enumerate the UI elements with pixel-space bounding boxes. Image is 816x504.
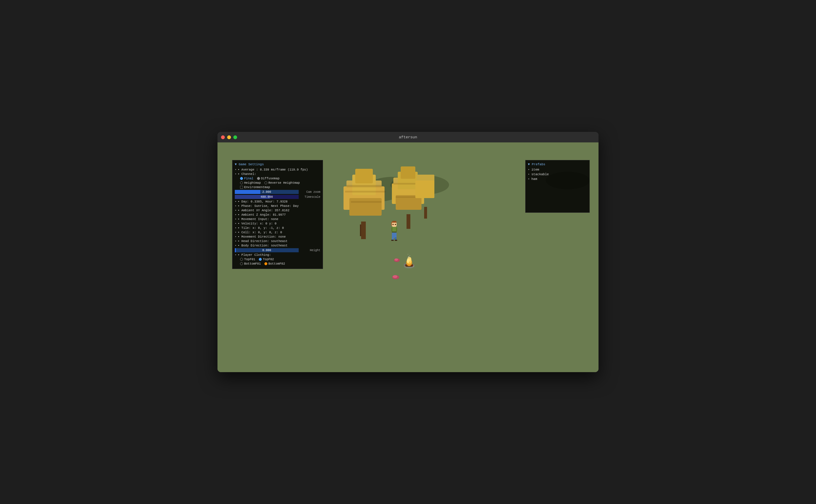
player-character: [390, 221, 399, 241]
environmentmap-row: Environmentmap: [235, 185, 320, 189]
svg-rect-10: [407, 214, 410, 229]
traffic-lights: [221, 135, 237, 139]
svg-rect-4: [349, 198, 382, 216]
svg-rect-25: [392, 226, 396, 227]
prefabs-panel: ▼ Prefabs • item • stackable • ham: [525, 160, 590, 213]
svg-rect-8: [345, 191, 386, 193]
player-clothing-row: • • Player Clothing:: [235, 253, 320, 257]
svg-rect-18: [424, 207, 427, 219]
cam-zoom-slider[interactable]: 2.000: [235, 190, 299, 194]
svg-point-53: [395, 258, 398, 261]
topf01-radio[interactable]: [240, 258, 243, 261]
minimize-button[interactable]: [227, 135, 231, 139]
svg-rect-35: [391, 240, 394, 241]
svg-rect-9: [351, 201, 382, 203]
svg-rect-29: [391, 227, 392, 231]
svg-rect-36: [395, 240, 397, 241]
ambient-xy-row: • • Ambient XY Angle: 357.8162: [235, 209, 320, 212]
topf02-radio[interactable]: [259, 258, 262, 261]
prefab-item-3[interactable]: • ham: [528, 177, 587, 181]
diffusemap-radio[interactable]: [257, 177, 260, 180]
cam-zoom-row: 2.000 Cam zoom: [235, 190, 320, 194]
svg-rect-0: [361, 222, 366, 239]
ambient-z-row: • • Ambient Z Angle: 81.9977: [235, 213, 320, 217]
velocity-row: • • Velocity: x: 0 y: 0: [235, 222, 320, 225]
prefab-item-2[interactable]: • stackable: [528, 173, 587, 176]
bottom-clothing-row: BottomF01 BottomF02: [235, 262, 320, 265]
bottomf01-radio[interactable]: [240, 262, 243, 265]
trees-group: [335, 157, 434, 257]
svg-rect-6: [355, 169, 373, 183]
ground-item-2: [392, 274, 400, 280]
tile-row: • • Tile: x: 0, y: -1, z: 0: [235, 226, 320, 230]
height-row: 0.000 Height: [235, 248, 320, 252]
svg-point-50: [409, 255, 410, 256]
titlebar: aftersun: [217, 132, 599, 142]
body-dir-row: • • Body Direction: southeast: [235, 244, 320, 247]
svg-rect-27: [395, 224, 396, 225]
final-radio[interactable]: [240, 177, 243, 180]
movement-input-row: • • Movement Input: none: [235, 217, 320, 221]
movement-dir-row: • • Movement Direction: none: [235, 235, 320, 239]
svg-rect-31: [392, 231, 397, 233]
svg-rect-1: [360, 224, 361, 236]
settings-panel: ▼ Game Settings • • Average : 8.339 ms/f…: [232, 160, 323, 269]
settings-panel-title: ▼ Game Settings: [235, 163, 320, 166]
svg-point-49: [408, 256, 409, 257]
day-row: • • Day: 0.3385, Hour: 7.9328: [235, 200, 320, 203]
svg-point-51: [408, 254, 409, 255]
campfire: [403, 253, 416, 268]
svg-rect-32: [392, 233, 397, 238]
channel-row: • • Channel:: [235, 172, 320, 176]
svg-rect-28: [392, 227, 397, 231]
svg-rect-20: [415, 181, 434, 198]
prefabs-panel-title: ▼ Prefabs: [528, 163, 587, 166]
cell-row: • • Cell: x: 0, y: 0, z: 0: [235, 231, 320, 234]
heightmap-radio[interactable]: [240, 181, 243, 184]
svg-rect-7: [346, 185, 382, 187]
svg-rect-26: [392, 224, 394, 225]
ground-item-1: [393, 257, 400, 263]
close-button[interactable]: [221, 135, 225, 139]
bottomf02-radio[interactable]: [264, 262, 267, 265]
head-dir-row: • • Head Direction: southeast: [235, 239, 320, 243]
height-slider[interactable]: 0.000: [235, 248, 299, 252]
svg-rect-15: [401, 166, 415, 179]
heightmap-row: Heightmap Reverse Heightmap: [235, 181, 320, 185]
svg-point-55: [393, 275, 397, 278]
timescale-slider[interactable]: 480.000: [235, 195, 299, 199]
svg-rect-30: [396, 227, 397, 231]
window-title: aftersun: [399, 135, 417, 139]
prefab-item-1[interactable]: • item: [528, 168, 587, 171]
svg-point-48: [407, 257, 411, 261]
top-clothing-row: TopF01 TopF02: [235, 258, 320, 261]
main-window: aftersun: [217, 132, 599, 372]
reverse-heightmap-radio[interactable]: [264, 181, 267, 184]
maximize-button[interactable]: [233, 135, 237, 139]
fps-row: • • Average : 8.339 ms/frame (119.9 fps): [235, 168, 320, 171]
environmentmap-checkbox[interactable]: [240, 186, 243, 189]
final-diffusemap-row: Final Diffusemap: [235, 177, 320, 180]
phase-row: • • Phase: Sunrise, Next Phase: Day: [235, 204, 320, 208]
game-area[interactable]: ▼ Game Settings • • Average : 8.339 ms/f…: [217, 142, 599, 372]
timescale-row: 480.000 Timescale: [235, 195, 320, 199]
